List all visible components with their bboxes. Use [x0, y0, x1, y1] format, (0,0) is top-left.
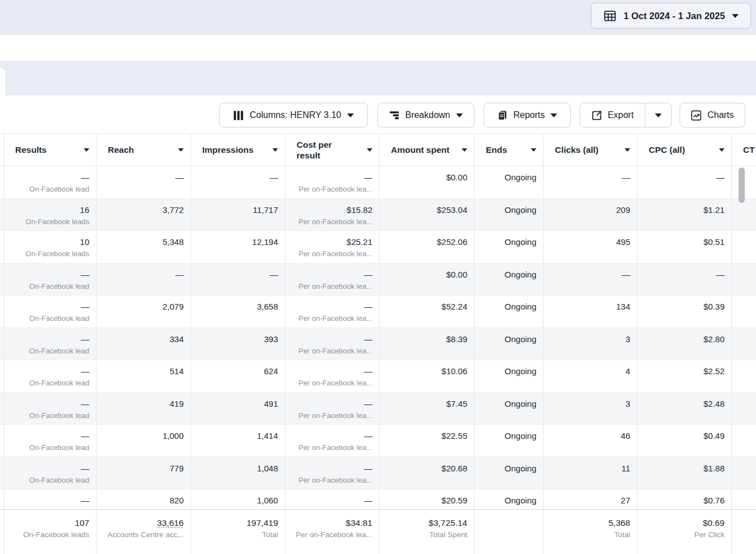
reports-button[interactable]: Reports	[484, 103, 571, 128]
cell-amount_spent: $7.45	[380, 393, 475, 425]
totals-value: $3,725.14	[386, 517, 467, 529]
cell-sublabel: Per on-Facebook lea...	[292, 410, 372, 421]
cell-value: $8.39	[386, 333, 467, 346]
column-sort-caret-icon[interactable]	[178, 148, 184, 152]
cell-cpc: $2.80	[637, 328, 732, 360]
vertical-scrollbar-thumb[interactable]	[739, 167, 745, 203]
columns-button[interactable]: Columns: HENRY 3.10	[219, 103, 368, 128]
table-row: —On-Facebook lead334393—Per on-Facebook …	[0, 328, 756, 361]
cell-sublabel: Per on-Facebook lea...	[292, 378, 372, 388]
cell-amount_spent: $8.39	[380, 328, 475, 360]
cell-value: 10	[11, 236, 89, 248]
cell-value: 27	[550, 494, 630, 507]
date-range-button[interactable]: 1 Oct 2024 - 1 Jan 2025	[591, 3, 751, 29]
cell-reach: 419	[97, 393, 191, 425]
cell-ends: Ongoing	[475, 199, 544, 231]
cell-value: Ongoing	[481, 494, 536, 507]
cell-ctr	[732, 425, 756, 457]
cell-clicks: 495	[544, 231, 637, 263]
cell-value: 11,717	[198, 204, 278, 216]
export-options-button[interactable]	[645, 103, 671, 127]
charts-button[interactable]: Charts	[680, 103, 745, 128]
column-sort-caret-icon[interactable]	[531, 148, 536, 152]
cell-value: —	[550, 171, 630, 184]
cell-clicks: 3	[544, 393, 637, 425]
totals-cell-cpc: $0.69Per Click	[637, 510, 732, 554]
column-header-impressions[interactable]: Impressions	[191, 134, 285, 166]
cell-impressions: 624	[191, 360, 285, 392]
table-row: 16On-Facebook leads3,77211,717$15.82Per …	[0, 199, 756, 231]
cell-cost_per_result: —Per on-Facebook lea...	[285, 393, 380, 425]
breakdown-button-label: Breakdown	[405, 110, 450, 120]
table-row: —On-Facebook lead1,0001,414—Per on-Faceb…	[0, 425, 756, 457]
export-button-label: Export	[608, 110, 634, 120]
frozen-column-edge	[0, 231, 4, 263]
column-sort-caret-icon[interactable]	[719, 148, 725, 152]
cell-ctr	[732, 264, 756, 296]
cell-value: —	[11, 171, 89, 184]
cell-value: $20.68	[386, 462, 467, 475]
totals-cell-reach[interactable]: 33,616Accounts Centre acc...	[97, 510, 191, 554]
cell-cpc: —	[637, 264, 732, 296]
totals-cell-results: 107On-Facebook leads	[4, 510, 97, 554]
table-row: —On-Facebook lead———Per on-Facebook lea.…	[0, 264, 756, 296]
table-toolbar: Columns: HENRY 3.10 Breakdown Reports	[0, 96, 756, 133]
cell-sublabel: On-Facebook lead	[11, 184, 89, 194]
column-header-label: Impressions	[202, 144, 253, 155]
chevron-down-icon	[456, 113, 463, 117]
column-sort-caret-icon[interactable]	[367, 148, 372, 152]
column-header-ends[interactable]: Ends	[475, 134, 544, 166]
column-header-cost_per_result[interactable]: Cost per result	[285, 134, 380, 166]
cell-value: Ongoing	[481, 171, 536, 184]
cell-results: —On-Facebook lead	[4, 360, 97, 392]
cell-value: $0.51	[644, 236, 725, 248]
column-header-label: Amount spent	[391, 144, 449, 155]
cell-sublabel: Per on-Facebook lea...	[292, 216, 372, 227]
cell-value: $2.80	[644, 333, 725, 346]
cell-value: —	[11, 398, 89, 410]
column-header-amount_spent[interactable]: Amount spent	[380, 134, 475, 166]
export-button[interactable]: Export	[580, 103, 645, 127]
cell-results: —On-Facebook lead	[4, 425, 97, 457]
cell-value: Ongoing	[481, 398, 536, 410]
cell-cpc: $0.49	[637, 425, 732, 457]
breakdown-button[interactable]: Breakdown	[377, 103, 475, 128]
cell-reach: —	[97, 264, 191, 296]
top-banner: 1 Oct 2024 - 1 Jan 2025	[0, 0, 756, 35]
cell-results: —On-Facebook lead	[4, 166, 97, 198]
date-range-label: 1 Oct 2024 - 1 Jan 2025	[623, 11, 725, 21]
column-header-cpc[interactable]: CPC (all)	[637, 134, 732, 166]
column-sort-caret-icon[interactable]	[462, 148, 467, 152]
column-sort-caret-icon[interactable]	[625, 148, 630, 152]
cell-sublabel: On-Facebook lead	[11, 281, 89, 292]
column-header-reach[interactable]: Reach	[97, 134, 191, 166]
column-sort-caret-icon[interactable]	[84, 148, 89, 152]
cell-value: —	[11, 333, 89, 346]
reports-icon	[497, 110, 508, 121]
cell-value: 4	[550, 365, 630, 378]
cell-ends: Ongoing	[475, 393, 544, 425]
cell-value: $25.21	[292, 236, 372, 248]
cell-amount_spent: $22.55	[380, 425, 475, 457]
totals-value: 5,368	[550, 517, 630, 529]
column-header-results[interactable]: Results	[4, 134, 97, 166]
cell-clicks: 209	[544, 199, 637, 231]
column-header-clicks[interactable]: Clicks (all)	[544, 134, 637, 166]
cell-value: 779	[103, 462, 184, 475]
column-sort-caret-icon[interactable]	[272, 148, 278, 152]
column-header-label: Reach	[108, 144, 134, 155]
cell-value: 3,658	[198, 301, 278, 313]
cell-value: 624	[198, 365, 278, 378]
cell-value: $10.06	[386, 365, 467, 378]
cell-reach: 5,348	[97, 231, 191, 263]
cell-value: —	[292, 430, 372, 442]
totals-sublabel: Total	[198, 529, 278, 540]
cell-value: —	[292, 398, 372, 410]
reports-button-label: Reports	[513, 110, 545, 120]
column-header-ctr[interactable]: CT	[732, 134, 756, 166]
cell-clicks: 3	[544, 328, 637, 360]
totals-sublabel: Total	[550, 529, 630, 540]
cell-value: —	[292, 462, 372, 475]
cell-clicks: —	[544, 166, 637, 198]
cell-impressions: 11,717	[191, 199, 285, 231]
